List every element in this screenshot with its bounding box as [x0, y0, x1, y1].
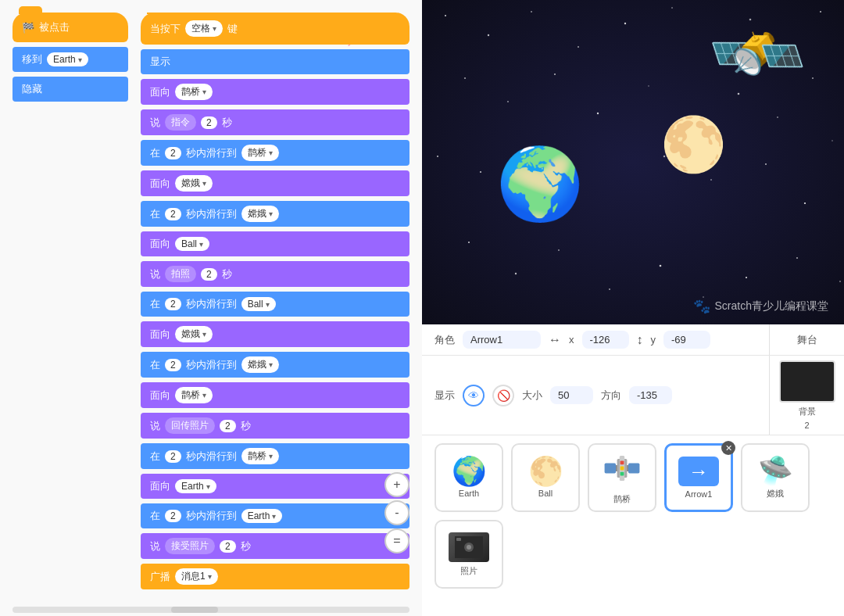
zoom-reset-button[interactable]: =: [384, 528, 409, 553]
sprites-grid: 🌍 Earth 🌕 Ball: [435, 443, 831, 589]
move-to-label: 移到: [22, 52, 42, 66]
size-input[interactable]: [550, 386, 593, 404]
face-dropdown-2[interactable]: 嫦娥: [175, 175, 213, 192]
say-text-4[interactable]: 接受照片: [165, 538, 215, 554]
sprite-name-input[interactable]: [463, 331, 541, 349]
horizontal-scrollbar[interactable]: [13, 607, 409, 613]
face-dropdown-4[interactable]: 嫦娥: [175, 326, 213, 342]
stage-canvas[interactable]: 🌍 🌕 🛰️ 🐾 Scratch青少儿编程课堂: [422, 0, 844, 324]
glide-change-block[interactable]: 在 2 秒内滑行到 嫦娥: [141, 201, 409, 227]
direction-input[interactable]: [629, 386, 672, 404]
y-label: y: [651, 334, 656, 346]
say-zhiling-block[interactable]: 说 指令 2 秒: [141, 109, 409, 135]
svg-rect-47: [456, 538, 461, 541]
earth-sprite-icon: 🌍: [452, 457, 487, 485]
y-input[interactable]: [663, 331, 710, 349]
display-label: 显示: [435, 389, 455, 403]
say-text-3[interactable]: 回传照片: [165, 417, 215, 434]
move-to-block[interactable]: 移到 Earth: [13, 47, 128, 72]
svg-point-9: [820, 11, 821, 13]
face-qiao-block2[interactable]: 面向 鹊桥: [141, 382, 409, 408]
sprite-card-change[interactable]: 🛸 嫦娥: [741, 443, 810, 512]
say-num-3[interactable]: 2: [220, 420, 236, 432]
glide-earth-block[interactable]: 在 2 秒内滑行到 Earth: [141, 503, 409, 528]
zoom-in-button[interactable]: +: [384, 472, 409, 497]
earth-sprite[interactable]: 🌍: [496, 149, 574, 227]
glide-num-5[interactable]: 2: [165, 450, 181, 463]
sprite-card-ball[interactable]: 🌕 Ball: [511, 443, 580, 512]
say-photo-block[interactable]: 说 拍照 2 秒: [141, 261, 409, 287]
face-change-block2[interactable]: 面向 嫦娥: [141, 321, 409, 347]
say-num-4[interactable]: 2: [220, 540, 236, 553]
move-to-dropdown[interactable]: Earth: [47, 52, 88, 66]
sprite-card-earth[interactable]: 🌍 Earth: [435, 443, 503, 512]
glide-dropdown-2[interactable]: 嫦娥: [241, 206, 279, 222]
ball-sprite[interactable]: 🌕: [660, 117, 715, 172]
sprite-card-arrow1[interactable]: ✕ → Arrow1: [664, 443, 733, 512]
say-receive-photo-block[interactable]: 说 接受照片 2 秒: [141, 533, 409, 559]
when-key-pressed-block[interactable]: 当按下 空格 键: [141, 13, 409, 45]
watermark-text: Scratch青少儿编程课堂: [715, 299, 828, 313]
glide-num-6[interactable]: 2: [165, 510, 181, 522]
sprite-card-photo[interactable]: 照片: [435, 520, 503, 589]
glide-num-1[interactable]: 2: [165, 147, 181, 159]
broadcast-block[interactable]: 广播 消息1: [141, 564, 409, 589]
sprite-label: 角色: [435, 333, 455, 347]
glide-change-block2[interactable]: 在 2 秒内滑行到 嫦娥: [141, 352, 409, 378]
when-flag-label: 被点击: [39, 20, 70, 34]
left-panel: 🏁 被点击 移到 Earth 隐藏 → 当按下 空格 键: [0, 0, 422, 616]
ball-sprite-icon: 🌕: [528, 457, 563, 485]
glide-qiao-block2[interactable]: 在 2 秒内滑行到 鹊桥: [141, 443, 409, 469]
glide-dropdown-3[interactable]: Ball: [241, 297, 276, 311]
say-text-2[interactable]: 拍照: [165, 266, 196, 282]
x-input[interactable]: [582, 331, 629, 349]
zoom-controls: + - =: [384, 472, 409, 553]
glide-dropdown-5[interactable]: 鹊桥: [241, 448, 279, 464]
delete-arrow1-button[interactable]: ✕: [721, 441, 735, 455]
glide-mid-3: 秒内滑行到: [186, 297, 237, 311]
svg-point-30: [609, 288, 610, 290]
hide-button[interactable]: 🚫: [492, 385, 514, 406]
svg-rect-43: [620, 472, 624, 476]
svg-point-19: [437, 156, 438, 157]
scroll-thumb[interactable]: [171, 607, 218, 613]
when-flag-clicked-block[interactable]: 🏁 被点击: [13, 13, 128, 42]
say-num-1[interactable]: 2: [201, 116, 217, 129]
say-text-1[interactable]: 指令: [165, 114, 196, 131]
show-label: 显示: [150, 55, 170, 69]
glide-dropdown-1[interactable]: 鹊桥: [241, 145, 279, 161]
arrow1-sprite-name: Arrow1: [685, 489, 713, 499]
show-button[interactable]: 👁: [463, 385, 485, 406]
glide-num-4[interactable]: 2: [165, 359, 181, 371]
stage-thumbnail[interactable]: [779, 360, 835, 403]
say-num-2[interactable]: 2: [201, 268, 217, 281]
glide-dropdown-4[interactable]: 嫦娥: [241, 356, 279, 373]
face-earth-block[interactable]: 面向 Earth: [141, 474, 409, 499]
hide-block[interactable]: 隐藏: [13, 77, 128, 102]
key-dropdown[interactable]: 空格: [185, 20, 223, 37]
svg-point-10: [464, 77, 466, 79]
glide-ball-block[interactable]: 在 2 秒内滑行到 Ball: [141, 292, 409, 317]
face-qiaoquiao-block[interactable]: 面向 鹊桥: [141, 79, 409, 105]
glide-dropdown-6[interactable]: Earth: [241, 509, 283, 523]
face-dropdown-6[interactable]: Earth: [175, 479, 216, 493]
glide-qiaoquiao-block[interactable]: 在 2 秒内滑行到 鹊桥: [141, 140, 409, 166]
qiaoquiao-sprite-icon: [600, 450, 644, 490]
face-dropdown-5[interactable]: 鹊桥: [175, 387, 213, 403]
say-label-3: 说: [150, 419, 160, 433]
sprite-card-qiaoquiao[interactable]: 鹊桥: [588, 443, 656, 512]
glide-num-2[interactable]: 2: [165, 208, 181, 220]
glide-num-3[interactable]: 2: [165, 298, 181, 310]
say-sec-4: 秒: [241, 539, 251, 553]
bg-count: 2: [804, 421, 809, 430]
svg-point-2: [531, 11, 532, 13]
stage-label: 舞台: [797, 333, 817, 347]
show-block[interactable]: 显示: [141, 49, 409, 74]
face-ball-block[interactable]: 面向 Ball: [141, 231, 409, 256]
face-change-block[interactable]: 面向 嫦娥: [141, 170, 409, 196]
face-dropdown-3[interactable]: Ball: [175, 237, 209, 251]
face-dropdown-1[interactable]: 鹊桥: [175, 84, 213, 100]
broadcast-dropdown[interactable]: 消息1: [175, 568, 218, 585]
zoom-out-button[interactable]: -: [384, 500, 409, 525]
say-return-photo-block[interactable]: 说 回传照片 2 秒: [141, 413, 409, 439]
